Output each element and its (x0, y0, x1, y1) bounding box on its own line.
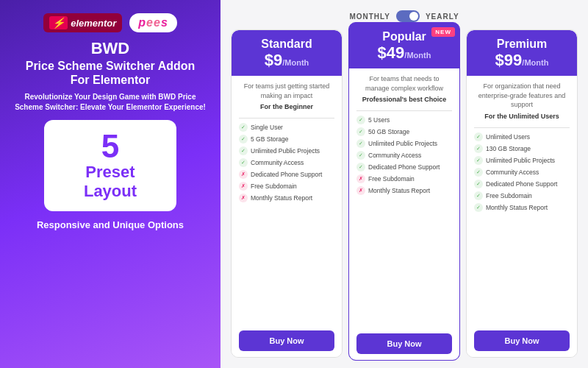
plan-body: For teams that needs to manage complex w… (349, 68, 459, 360)
feature-check-icon: ✓ (356, 151, 365, 160)
plan-price: $9/Month (239, 51, 334, 70)
logos-container: ⚡ elementor pees (43, 13, 177, 32)
feature-item: ✓ Dedicated Phone Support (474, 178, 570, 190)
feature-item: ✓ Community Access (474, 166, 570, 178)
feature-check-icon: ✓ (356, 127, 365, 136)
feature-item: ✓ 5 GB Storage (239, 133, 334, 145)
feature-item: ✗ Dedicated Phone Support (239, 169, 334, 180)
feature-text: Dedicated Phone Support (368, 163, 440, 171)
feature-text: Community Access (251, 159, 304, 166)
feature-item: ✓ Single User (239, 121, 334, 133)
plan-card-premium: Premium $99/Month For organization that … (466, 29, 578, 358)
feature-cross-icon: ✗ (356, 186, 365, 195)
pss-text: pees (138, 16, 168, 29)
plan-subtitle: Professional's best Choice (356, 96, 452, 103)
feature-text: Unlimited Public Projects (251, 147, 320, 155)
feature-check-icon: ✓ (239, 146, 248, 155)
feature-text: Dedicated Phone Support (251, 171, 322, 178)
monthly-label: MONTHLY (349, 13, 390, 21)
plan-price-period: /Month (404, 51, 431, 60)
plan-name: Standard (239, 38, 334, 51)
plan-subtitle: For the Unlimited Users (474, 113, 570, 120)
yearly-label: YEARLY (426, 13, 459, 21)
feature-item: ✓ Unlimited Public Projects (239, 145, 334, 157)
plan-price-amount: $49 (378, 43, 405, 62)
plans-container: Standard $9/Month For teams just getting… (231, 29, 578, 358)
divider (356, 110, 452, 111)
feature-text: Free Subdomain (368, 175, 415, 183)
left-panel: ⚡ elementor pees BWD Price Scheme Switch… (0, 0, 220, 368)
divider (239, 118, 334, 118)
feature-check-icon: ✓ (239, 135, 248, 144)
feature-text: Free Subdomain (486, 192, 532, 199)
feature-item: ✓ Community Access (239, 157, 334, 169)
feature-check-icon: ✓ (356, 163, 365, 171)
divider (474, 127, 570, 128)
feature-item: ✓ Unlimited Users (474, 131, 570, 143)
feature-item: ✓ 130 GB Storage (474, 143, 570, 155)
feature-check-icon: ✓ (474, 180, 483, 188)
feature-check-icon: ✓ (356, 116, 365, 124)
feature-text: Community Access (486, 169, 539, 176)
preset-line1: Preset (62, 163, 159, 182)
billing-toggle[interactable]: MONTHLY YEARLY (231, 10, 578, 22)
feature-check-icon: ✓ (474, 191, 483, 200)
plan-subtitle: For the Beginner (239, 103, 334, 110)
toggle-knob (409, 12, 418, 21)
plan-description: For organization that need enterprise-gr… (474, 82, 570, 110)
feature-item: ✗ Monthly Status Report (239, 192, 334, 204)
right-panel: MONTHLY YEARLY Standard $9/Month For tea… (220, 0, 588, 368)
feature-item: ✓ Free Subdomain (474, 190, 570, 202)
feature-item: ✓ Monthly Status Report (474, 202, 570, 213)
feature-text: Monthly Status Report (251, 194, 312, 202)
feature-item: ✓ Dedicated Phone Support (356, 161, 452, 173)
billing-toggle-switch[interactable] (396, 10, 420, 22)
plan-card-popular: Popular $49/Month NEW For teams that nee… (348, 22, 460, 361)
plan-price: $99/Month (474, 51, 570, 70)
plan-body: For teams just getting started making an… (232, 76, 342, 357)
feature-check-icon: ✓ (239, 158, 248, 167)
preset-number: 5 (62, 130, 159, 163)
feature-item: ✓ Unlimited Public Projects (356, 138, 452, 149)
feature-text: 50 GB Storage (368, 128, 409, 135)
feature-text: Single User (251, 124, 283, 131)
feature-list: ✓ Single User ✓ 5 GB Storage ✓ Unlimited… (239, 121, 334, 325)
feature-text: Free Subdomain (251, 183, 297, 190)
plan-price-period: /Month (282, 58, 309, 67)
bwd-title: BWD (91, 40, 130, 57)
plan-header: Popular $49/Month NEW (349, 23, 459, 68)
elementor-e-icon: ⚡ (49, 16, 68, 29)
plan-name: Premium (474, 38, 570, 51)
feature-text: Unlimited Public Projects (486, 157, 555, 164)
plan-header: Standard $9/Month (232, 30, 342, 76)
feature-check-icon: ✓ (239, 123, 248, 132)
feature-check-icon: ✓ (474, 144, 483, 153)
plan-price-amount: $99 (495, 51, 523, 69)
feature-text: Community Access (368, 152, 421, 159)
feature-cross-icon: ✗ (239, 182, 248, 191)
feature-text: Unlimited Users (486, 133, 530, 141)
addon-title: Price Scheme Switcher Addon For Elemento… (15, 59, 206, 87)
buy-now-button[interactable]: Buy Now (356, 333, 452, 354)
feature-check-icon: ✓ (474, 132, 483, 141)
plan-header: Premium $99/Month (467, 30, 577, 76)
feature-text: Monthly Status Report (368, 187, 430, 194)
pss-logo: pees (129, 13, 176, 32)
feature-cross-icon: ✗ (239, 194, 248, 202)
preset-box: 5 Preset Layout (44, 120, 176, 212)
feature-item: ✓ Unlimited Public Projects (474, 155, 570, 166)
feature-text: Unlimited Public Projects (368, 140, 437, 147)
elementor-text: elementor (71, 18, 116, 29)
responsive-text: Responsive and Unique Options (37, 219, 184, 232)
plan-price-amount: $9 (265, 51, 282, 69)
feature-item: ✓ 5 Users (356, 114, 452, 126)
plan-body: For organization that need enterprise-gr… (467, 76, 577, 357)
buy-now-button[interactable]: Buy Now (474, 330, 570, 351)
feature-item: ✗ Free Subdomain (356, 173, 452, 185)
feature-item: ✓ Community Access (356, 149, 452, 161)
feature-text: Dedicated Phone Support (486, 180, 557, 188)
buy-now-button[interactable]: Buy Now (239, 330, 334, 351)
feature-cross-icon: ✗ (239, 170, 248, 179)
feature-item: ✗ Free Subdomain (239, 180, 334, 192)
feature-item: ✗ Monthly Status Report (356, 185, 452, 197)
